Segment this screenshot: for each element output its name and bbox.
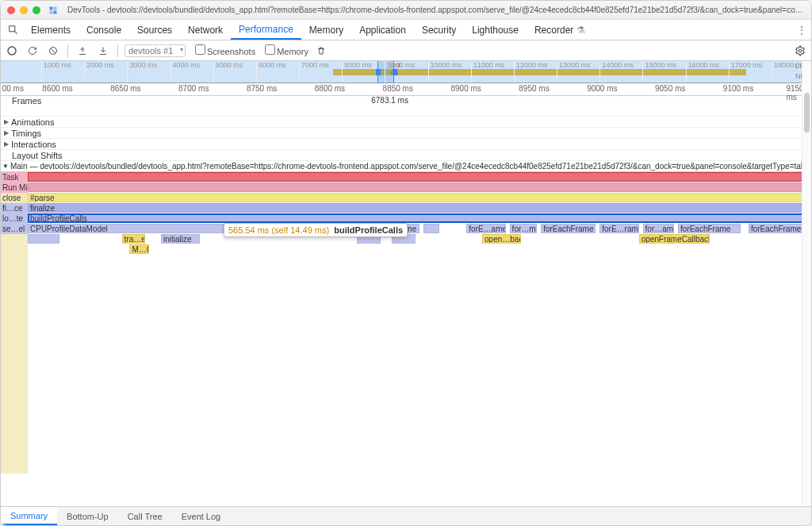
tab-lighthouse[interactable]: Lighthouse (464, 20, 527, 40)
garbage-collect-button[interactable] (313, 43, 329, 59)
bar-label: open…back (485, 235, 521, 244)
bar-label: forEachFrame (751, 225, 801, 233)
track-label: Main — devtools://devtools/bundled/devto… (10, 162, 811, 171)
flame-tooltip: 565.54 ms (self 14.49 ms) buildProfileCa… (224, 223, 408, 237)
close-window-icon[interactable] (7, 6, 15, 14)
flame-bar[interactable] (423, 224, 439, 233)
svg-rect-1 (54, 6, 57, 10)
gutter-lote: lo…te (1, 213, 28, 224)
details-tabbar: Summary Bottom-Up Call Tree Event Log (1, 506, 811, 525)
window-title: DevTools - devtools://devtools/bundled/d… (67, 6, 805, 14)
overview-tick: 4000 ms (170, 61, 201, 83)
tooltip-name: buildProfileCalls (334, 225, 403, 235)
flame-bar-buildprofilecalls[interactable]: buildProfileCalls (28, 213, 811, 223)
frames-track[interactable]: Frames 6783.1 ms (1, 96, 811, 117)
flame-bar[interactable] (28, 234, 59, 244)
tab-recorder[interactable]: Recorder ⚗ (527, 20, 593, 40)
tooltip-time: 565.54 ms (self 14.49 ms) (228, 225, 329, 235)
devtools-logo-icon (48, 6, 58, 15)
overview-tick: 11000 ms (471, 61, 505, 83)
gutter-close: close (1, 193, 28, 203)
flame-chart[interactable]: Task Run Microtasks close fi…ce lo…te se… (1, 172, 811, 474)
devtools-tabbar: Elements Console Sources Network Perform… (1, 20, 811, 40)
ruler-tick: 9000 ms (587, 84, 617, 93)
bar-label: M…C (132, 245, 149, 254)
minimize-window-icon[interactable] (20, 6, 28, 14)
flame-bar[interactable]: forE…rame (599, 224, 638, 233)
tab-label: Application (359, 25, 406, 36)
ruler-tick: 8750 ms (247, 84, 277, 93)
memory-checkbox[interactable]: Memory (260, 44, 308, 56)
inspect-element-icon[interactable] (4, 20, 23, 40)
kebab-menu-icon[interactable]: ⋮ (792, 20, 811, 40)
tab-performance[interactable]: Performance (231, 20, 301, 40)
ruler-tick: 8900 ms (450, 84, 481, 93)
gutter-task: Task (1, 172, 28, 182)
bar-label: forEachFrame (680, 225, 730, 233)
flame-bar-openback[interactable]: open…back (482, 234, 521, 244)
tab-sources[interactable]: Sources (129, 20, 180, 40)
flame-bar-initialize[interactable]: initialize (161, 234, 200, 244)
tab-label: Console (86, 25, 121, 36)
capture-settings-icon[interactable] (792, 43, 808, 59)
flame-bar[interactable]: for…me (510, 224, 538, 233)
overview-tick: 18000 ms (772, 61, 806, 83)
flame-bar-mc[interactable]: M…C (129, 244, 149, 254)
details-tab-summary[interactable]: Summary (1, 507, 57, 525)
details-tab-eventlog[interactable]: Event Log (172, 507, 231, 525)
track-label: Timings (11, 129, 41, 138)
ruler-tick: 8700 ms (178, 84, 209, 93)
tab-application[interactable]: Application (351, 20, 414, 40)
flame-bar[interactable]: forEachFrame (749, 224, 803, 233)
flame-bar[interactable]: forEachFrame (678, 224, 741, 233)
tab-label: Call Tree (128, 512, 163, 521)
save-profile-button[interactable] (95, 43, 111, 59)
chevron-right-icon: ▶ (4, 140, 9, 148)
load-profile-button[interactable] (75, 43, 90, 59)
profile-select[interactable]: devtools #1 (124, 44, 186, 57)
clear-button[interactable] (45, 43, 61, 59)
flame-bar-cpumodel[interactable]: CPUProfileDataModel (28, 224, 224, 233)
bar-label: forE…ame (469, 225, 505, 233)
flame-ruler[interactable]: 00 ms 8600 ms 8650 ms 8700 ms 8750 ms 88… (1, 83, 811, 96)
track-layout-shifts[interactable]: Layout Shifts (1, 150, 811, 161)
tab-security[interactable]: Security (414, 20, 464, 40)
tab-memory[interactable]: Memory (301, 20, 351, 40)
screenshots-checkbox[interactable]: Screenshots (190, 44, 255, 56)
track-timings[interactable]: ▶Timings (1, 128, 811, 139)
details-tab-bottomup[interactable]: Bottom-Up (57, 507, 118, 525)
flame-bar-parse[interactable]: #parse (28, 193, 811, 202)
checkbox-label: Screenshots (207, 47, 255, 56)
flame-bar[interactable]: forE…ame (466, 224, 505, 233)
tab-label: Sources (137, 25, 172, 36)
details-tab-calltree[interactable]: Call Tree (118, 507, 172, 525)
flame-bar-openframecallback[interactable]: openFrameCallback (639, 234, 710, 244)
tab-label: Network (188, 25, 223, 36)
scrollbar-thumb[interactable] (804, 93, 810, 132)
track-label: Animations (11, 117, 54, 127)
ruler-tick: 8600 ms (42, 84, 72, 93)
reload-record-button[interactable] (25, 43, 40, 59)
chevron-down-icon: ▼ (2, 163, 9, 170)
flame-bar-finalize[interactable]: finalize (28, 203, 811, 213)
tab-console[interactable]: Console (79, 20, 129, 40)
bar-label: initialize (163, 235, 192, 244)
flame-bar-traee[interactable]: tra…ee (122, 234, 146, 244)
ruler-tick: 8800 ms (315, 84, 345, 93)
flame-bar[interactable]: for…ame (643, 224, 675, 233)
bar-label: buildProfileCalls (30, 214, 87, 223)
tab-elements[interactable]: Elements (23, 20, 79, 40)
bar-label: for…me (512, 225, 538, 233)
record-button[interactable] (4, 43, 20, 59)
overview-timeline[interactable]: 100 ms CPU NET 1000 ms 2000 ms 3000 ms 4… (1, 61, 811, 83)
tab-label: Recorder (534, 25, 573, 36)
track-animations[interactable]: ▶Animations (1, 117, 811, 128)
track-main[interactable]: ▼Main — devtools://devtools/bundled/devt… (1, 161, 811, 172)
track-interactions[interactable]: ▶Interactions (1, 139, 811, 150)
bar-label: finalize (30, 204, 55, 213)
selection-handle-left[interactable] (376, 69, 381, 75)
vertical-scrollbar[interactable] (802, 61, 811, 506)
tab-network[interactable]: Network (180, 20, 231, 40)
flame-bar[interactable]: forEachFrame (541, 224, 596, 233)
maximize-window-icon[interactable] (33, 6, 40, 14)
